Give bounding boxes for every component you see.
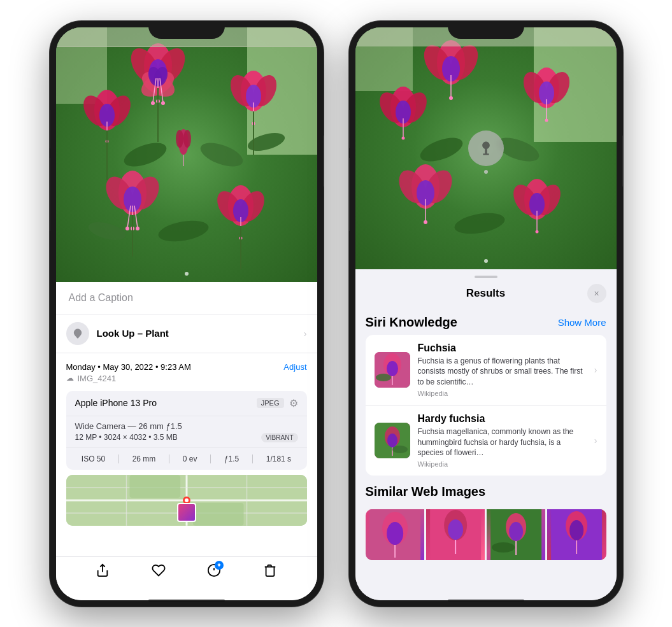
vibrant-badge: VIBRANT: [261, 433, 297, 442]
svg-point-47: [183, 130, 191, 148]
svg-point-139: [569, 520, 583, 540]
img-name-row: ☁ IMG_4241: [66, 374, 191, 383]
svg-point-109: [535, 230, 538, 233]
heart-button[interactable]: [152, 563, 166, 581]
siri-knowledge-header: Siri Knowledge Show More: [355, 306, 617, 335]
results-title: Results: [466, 287, 505, 300]
fuchsia-text: Fuchsia Fuchsia is a genus of flowering …: [418, 342, 587, 397]
phone-1: Add a Caption Look Up – Plant › Monday •…: [50, 21, 324, 607]
svg-point-130: [448, 519, 463, 540]
exif-divider-4: [252, 454, 253, 463]
camera-model: Apple iPhone 13 Pro: [75, 398, 157, 408]
svg-point-123: [392, 446, 408, 453]
exif-divider-3: [210, 454, 211, 463]
phone-screen-2: Results × Siri Knowledge Show More: [355, 27, 617, 600]
web-image-4[interactable]: [547, 509, 606, 560]
home-indicator-1: [148, 599, 225, 602]
exif-row: ISO 50 26 mm 0 ev ƒ1.5 1/181 s: [66, 448, 307, 470]
knowledge-card: Fuchsia Fuchsia is a genus of flowering …: [366, 335, 606, 476]
camera-info-box: Apple iPhone 13 Pro JPEG ⚙ Wide Camera —…: [66, 391, 307, 470]
trash-button[interactable]: [263, 563, 277, 581]
phone-notch-2: [448, 21, 524, 39]
hardy-desc: Fuchsia magellanica, commonly known as t…: [418, 426, 587, 458]
date-text: Monday • May 30, 2022 • 9:23 AM: [66, 362, 191, 372]
exif-focal: 26 mm: [132, 454, 156, 463]
lookup-row[interactable]: Look Up – Plant ›: [56, 314, 317, 353]
photo-image-1: [56, 27, 317, 282]
hardy-source: Wikipedia: [418, 460, 587, 468]
siri-dot: [484, 170, 488, 174]
svg-point-134: [509, 522, 523, 541]
home-indicator-2: [448, 599, 524, 602]
bottom-toolbar: ✦: [56, 556, 317, 588]
siri-button[interactable]: [468, 130, 504, 166]
svg-point-38: [136, 227, 139, 230]
show-more-button[interactable]: Show More: [558, 317, 606, 328]
svg-point-15: [151, 101, 155, 105]
share-button[interactable]: [96, 563, 110, 581]
fuchsia-source: Wikipedia: [418, 390, 587, 397]
exif-shutter: 1/181 s: [266, 454, 291, 463]
knowledge-item-hardy[interactable]: Hardy fuchsia Fuchsia magellanica, commo…: [366, 405, 606, 476]
fuchsia-chevron: ›: [594, 365, 597, 375]
web-image-2[interactable]: [426, 509, 485, 560]
photo-info-panel: Add a Caption Look Up – Plant › Monday •…: [56, 282, 317, 600]
jpeg-badge: JPEG: [257, 398, 284, 408]
info-button[interactable]: ✦: [207, 563, 221, 581]
svg-point-97: [545, 118, 548, 122]
camera-specs: 12 MP • 3024 × 4032 • 3.5 MB VIBRANT: [75, 433, 298, 442]
hardy-chevron: ›: [594, 435, 597, 446]
web-images-section: [355, 509, 617, 560]
camera-wide: Wide Camera — 26 mm ƒ1.5: [75, 421, 298, 431]
exif-ev: 0 ev: [183, 454, 197, 463]
svg-point-16: [161, 101, 165, 105]
fuchsia-desc: Fuchsia is a genus of flowering plants t…: [418, 356, 587, 388]
siri-knowledge-title: Siri Knowledge: [366, 315, 457, 330]
web-images-header: Similar Web Images: [355, 476, 617, 504]
lookup-label: Look Up – Plant: [97, 328, 169, 339]
web-images-grid: [366, 509, 606, 560]
camera-badge-row: JPEG ⚙: [257, 397, 298, 409]
svg-point-136: [492, 542, 515, 553]
phone-2: Results × Siri Knowledge Show More: [349, 21, 623, 607]
svg-point-116: [387, 361, 398, 376]
cloud-icon: ☁: [66, 374, 74, 383]
svg-rect-69: [129, 475, 180, 498]
svg-point-118: [376, 374, 391, 381]
lookup-chevron: ›: [304, 328, 307, 339]
caption-input[interactable]: Add a Caption: [56, 282, 317, 314]
svg-point-85: [449, 96, 453, 100]
svg-point-72: [185, 498, 189, 502]
date-row: Monday • May 30, 2022 • 9:23 AM ☁ IMG_42…: [56, 353, 317, 386]
web-images-title: Similar Web Images: [366, 484, 486, 499]
svg-point-46: [176, 130, 183, 148]
camera-model-row: Apple iPhone 13 Pro JPEG ⚙: [66, 391, 307, 416]
hardy-thumbnail: [375, 423, 410, 458]
results-header: Results ×: [355, 278, 617, 306]
knowledge-item-fuchsia[interactable]: Fuchsia Fuchsia is a genus of flowering …: [366, 335, 606, 405]
close-button[interactable]: ×: [587, 284, 606, 303]
fuchsia-title: Fuchsia: [418, 342, 587, 354]
hardy-title: Hardy fuchsia: [418, 413, 587, 425]
svg-rect-70: [192, 502, 243, 525]
svg-point-37: [125, 227, 129, 230]
web-image-3[interactable]: [487, 509, 545, 560]
gear-icon: ⚙: [289, 397, 298, 409]
map-thumbnail[interactable]: [66, 475, 307, 526]
phone-screen-1: Add a Caption Look Up – Plant › Monday •…: [56, 27, 317, 600]
svg-point-121: [387, 433, 397, 447]
svg-point-91: [401, 136, 404, 139]
hardy-text: Hardy fuchsia Fuchsia magellanica, commo…: [418, 413, 587, 468]
exif-aperture: ƒ1.5: [224, 454, 239, 463]
exif-divider-1: [118, 454, 119, 463]
adjust-button[interactable]: Adjust: [283, 362, 306, 372]
web-image-1[interactable]: [366, 509, 424, 560]
camera-details-row: Wide Camera — 26 mm ƒ1.5 12 MP • 3024 × …: [66, 416, 307, 448]
lookup-icon: [66, 322, 89, 345]
fuchsia-thumbnail: [375, 352, 410, 388]
info-badge: ✦: [215, 561, 224, 570]
img-name: IMG_4241: [78, 374, 117, 383]
exif-divider-2: [169, 454, 169, 463]
svg-point-103: [424, 220, 427, 224]
results-panel: Results × Siri Knowledge Show More: [355, 269, 617, 600]
